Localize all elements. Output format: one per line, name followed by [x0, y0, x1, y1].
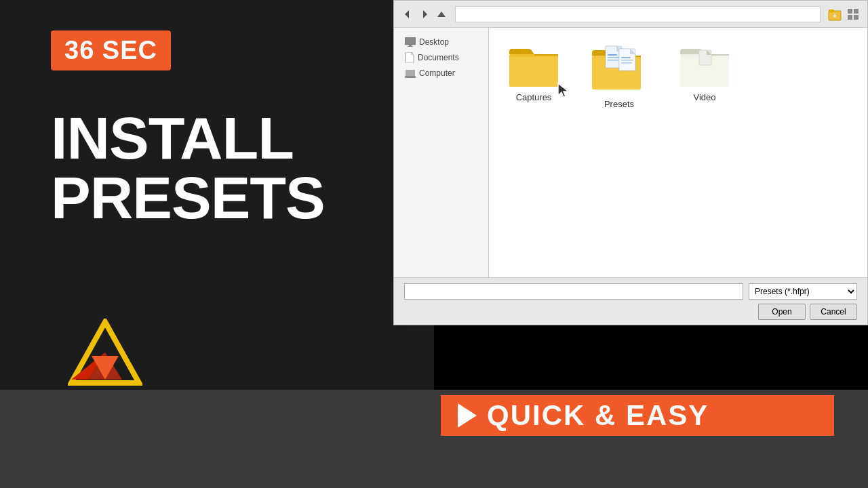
- dialog-footer: Presets (*.hfpr) Open Cancel: [394, 277, 867, 325]
- svg-rect-14: [405, 37, 416, 45]
- svg-marker-6: [437, 12, 446, 17]
- filetype-select[interactable]: Presets (*.hfpr): [749, 283, 857, 300]
- dialog-main: Desktop Documents Computer Capt: [394, 28, 867, 277]
- quick-easy-text: QUICK & EASY: [487, 399, 709, 432]
- svg-rect-34: [621, 57, 631, 58]
- view-icon[interactable]: [846, 7, 861, 22]
- new-folder-icon[interactable]: +: [827, 7, 842, 22]
- sidebar-computer[interactable]: Computer: [401, 66, 481, 81]
- svg-rect-16: [408, 46, 413, 47]
- title-line1: INSTALL: [51, 108, 325, 168]
- footer-row-filename: Presets (*.hfpr): [404, 283, 857, 300]
- file-item-presets[interactable]: Presets: [592, 45, 646, 109]
- dialog-sidebar: Desktop Documents Computer: [394, 28, 489, 277]
- svg-marker-4: [405, 10, 409, 18]
- svg-rect-30: [608, 60, 618, 61]
- dialog-files: Captures: [489, 28, 867, 277]
- dialog-toolbar: +: [394, 1, 867, 28]
- time-badge: 36 SEC: [51, 30, 171, 70]
- folder-captures-icon: [509, 45, 558, 87]
- svg-text:+: +: [833, 12, 837, 20]
- file-dialog: + Desktop Documents Computer: [393, 0, 868, 325]
- play-icon-banner: [458, 403, 477, 428]
- folder-presets-icon: [592, 45, 646, 94]
- title-line2: PRESETS: [51, 168, 325, 228]
- svg-rect-15: [409, 45, 412, 46]
- svg-rect-11: [854, 9, 859, 14]
- sidebar-documents[interactable]: Documents: [401, 49, 481, 66]
- folder-video-label: Video: [693, 92, 715, 102]
- svg-rect-35: [621, 60, 633, 61]
- svg-rect-29: [608, 57, 620, 58]
- svg-marker-41: [558, 83, 568, 97]
- svg-rect-36: [621, 62, 632, 64]
- folder-presets-label: Presets: [604, 99, 634, 109]
- open-button[interactable]: Open: [758, 304, 806, 320]
- time-badge-text: 36 SEC: [64, 36, 157, 64]
- back-icon[interactable]: [401, 7, 414, 21]
- svg-rect-12: [848, 15, 852, 20]
- svg-marker-5: [423, 10, 427, 18]
- svg-rect-28: [608, 54, 617, 56]
- svg-rect-21: [405, 76, 416, 78]
- up-icon[interactable]: [435, 7, 448, 21]
- sidebar-desktop[interactable]: Desktop: [401, 35, 481, 49]
- main-title: INSTALL PRESETS: [51, 108, 325, 228]
- cancel-button[interactable]: Cancel: [810, 304, 857, 320]
- folder-captures-label: Captures: [516, 92, 552, 102]
- svg-rect-20: [406, 70, 415, 76]
- folder-video-icon: [680, 45, 729, 87]
- forward-icon[interactable]: [418, 7, 431, 21]
- file-item-video[interactable]: Video: [680, 45, 729, 109]
- logo: [68, 319, 142, 393]
- video-preview: [434, 319, 868, 393]
- svg-rect-10: [848, 9, 852, 14]
- svg-rect-13: [854, 15, 859, 20]
- footer-row-buttons: Open Cancel: [404, 304, 857, 320]
- quick-easy-banner: QUICK & EASY: [441, 395, 834, 436]
- filename-input[interactable]: [404, 283, 743, 300]
- file-item-captures[interactable]: Captures: [509, 45, 558, 109]
- mouse-cursor: [557, 82, 570, 98]
